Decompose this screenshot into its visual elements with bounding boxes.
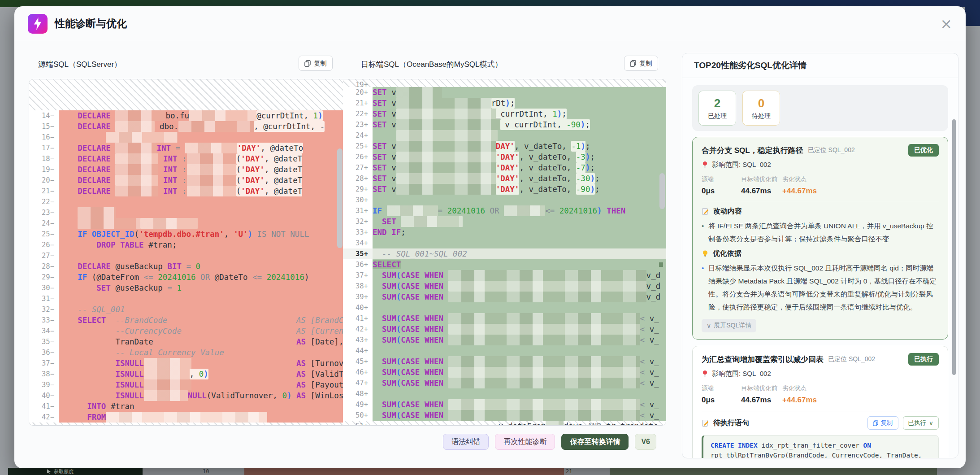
code-line: 50+ SUM(CASE WHEN < v_ (343, 410, 666, 421)
redacted-code (448, 378, 640, 388)
source-panel-title: 源端SQL（SQLServer） (38, 59, 121, 70)
section-title: 优化依据 (713, 249, 742, 258)
line-number: 37+ (343, 270, 373, 281)
optimization-details-panel: TOP20性能劣化SQL优化详情 2 已处理 0 待处理 合并分支 (682, 53, 958, 458)
redacted-code (187, 186, 236, 196)
divider (702, 411, 939, 411)
close-icon[interactable]: × (940, 17, 952, 31)
source-sql-editor[interactable]: 14− DECLARE bo.fu@currDtInt, 1)15− DECLA… (29, 79, 343, 425)
line-number: 30+ (343, 195, 373, 205)
line-number: 28+ (343, 173, 373, 184)
target-editor-scrollbar[interactable] (659, 173, 665, 209)
expand-sql-details[interactable]: ∨ 展开SQL详情 (702, 319, 756, 332)
line-number: 32− (29, 304, 59, 315)
redacted-code (115, 121, 155, 132)
line-number: 21− (29, 186, 59, 196)
target-copy-button[interactable]: 复制 (624, 56, 658, 71)
line-number: 29− (29, 272, 59, 283)
create-index-statements[interactable]: CREATE INDEX idx_rpt_tran_filter_cover O… (702, 435, 939, 458)
code-line: 26− DROP TABLE #tran; (29, 240, 343, 250)
code-line: 49+ SUM(CASE WHEN < v_ (343, 399, 666, 410)
status-badge: 已执行 (908, 353, 939, 366)
code-line: 28− DECLARE @useBackup BIT = 0 (29, 261, 343, 272)
details-body: 2 已处理 0 待处理 合并分支 SQL，稳定执行路径 已定位 SQL_002 … (682, 78, 958, 458)
target-copy-label: 复制 (639, 59, 652, 68)
line-number: 40+ (343, 302, 373, 313)
line-number: 36− (29, 347, 59, 358)
statement-copy-button[interactable]: 复制 (867, 416, 898, 430)
code-line: 29− IF (@DateFrom <= 20241016 OR @DateTo… (29, 272, 343, 283)
code-line: 34− --CurrencyCodeAS [Currenc (29, 326, 343, 336)
processed-count: 2 (714, 96, 720, 110)
line-number: 34+ (343, 238, 373, 248)
syntax-fix-button[interactable]: 语法纠错 (443, 434, 489, 450)
pending-statement-header: 待执行语句 (702, 418, 749, 428)
version-chip[interactable]: V6 (635, 434, 656, 450)
redacted-code (448, 367, 640, 378)
source-copy-button[interactable]: 复制 (299, 56, 333, 71)
statement-status-dropdown[interactable]: 已执行 ∨ (903, 416, 939, 430)
redacted-code (106, 412, 267, 423)
redacted-code (115, 164, 158, 175)
redacted-code (448, 313, 640, 324)
redacted-code (448, 335, 640, 345)
redacted-code (396, 162, 496, 173)
metric-label: 目标端优化前 (741, 175, 782, 183)
code-line: 31+IF = 20241016 OR <= 20241016) THEN (343, 205, 666, 216)
line-number: 20− (29, 175, 59, 186)
card-title: 合并分支 SQL，稳定执行路径 (702, 145, 803, 156)
line-number: 24+ (343, 130, 373, 141)
redacted-code (396, 119, 500, 130)
pending-stat[interactable]: 0 待处理 (742, 91, 780, 126)
code-line: 15− DECLARE dbo., @currDtInt, - (29, 121, 343, 132)
background-bottom-bar: 获取额度 10 21 (0, 468, 980, 475)
code-line: 35+ -- SQL_001~SQL_002 (343, 248, 666, 259)
redacted-code (189, 110, 256, 121)
redacted-code (396, 98, 491, 109)
metrics-row: 源端 0μs 目标端优化前 44.67ms 劣化状态 +44.67ms (702, 384, 939, 405)
redacted-code (401, 216, 463, 227)
background-line-number-left: 10 (203, 468, 221, 475)
redacted-code (115, 143, 156, 153)
code-line: 45+ SUM(CASE WHEN < v_ (343, 356, 666, 367)
impact-scope-text: 影响范围: SQL_002 (712, 370, 771, 378)
redacted-code (140, 218, 198, 229)
line-number: 43+ (343, 335, 373, 345)
memo-icon (702, 208, 709, 215)
quota-label: 获取额度 (54, 468, 74, 475)
change-bullet: • 将 IF/ELSE 两条汇总查询合并为单条 UNION ALL，并用 v_u… (702, 219, 939, 245)
code-line: 21− DECLARE INT :('DAY', @dateT (29, 186, 343, 196)
section-header-changes: 改动内容 (702, 207, 939, 216)
code-line: 34+ (343, 238, 666, 248)
code-line: 42− FROM (29, 412, 343, 423)
code-line: 35− TranDateAS [Date], (29, 336, 343, 347)
code-line: 25+SET vDAY', v_dateTo, -1); (343, 141, 666, 152)
copy-label: 复制 (881, 419, 893, 427)
metric-value-degradation: +44.67ms (782, 396, 939, 405)
sql-statement-line: CREATE INDEX idx_rpt_tran_filter_cover O… (711, 441, 931, 451)
code-line (29, 423, 343, 425)
target-sql-editor[interactable]: 19+20+SET v21+SET vrDt);22+SET v_currDtI… (343, 79, 666, 425)
line-number: 27− (29, 250, 59, 261)
code-line: 32+ SET (343, 216, 666, 227)
line-number: 46+ (343, 367, 373, 378)
rediagnose-button[interactable]: 再次性能诊断 (495, 434, 555, 450)
redacted-code (396, 141, 496, 152)
save-to-conversion-button[interactable]: 保存至转换详情 (561, 434, 629, 450)
sql-statement-line: rpt_tblRptTranByGrp(BrandCode, CurrencyC… (711, 451, 931, 458)
expander-label: 展开SQL详情 (714, 322, 751, 330)
status-label: 已执行 (908, 419, 927, 427)
status-badge: 已优化 (908, 144, 939, 157)
details-scrollbar[interactable] (952, 119, 956, 375)
cursor-icon (47, 469, 51, 474)
line-number: 39− (29, 379, 59, 390)
redacted-code (144, 358, 191, 369)
dialog-header: 性能诊断与优化 × (14, 6, 966, 41)
background-line-number-right: 21 (566, 468, 588, 475)
code-line: 44+ (343, 345, 666, 356)
source-editor-scrollbar[interactable] (337, 148, 343, 248)
quota-button[interactable]: 获取额度 (8, 468, 143, 475)
processed-stat[interactable]: 2 已处理 (698, 91, 736, 126)
code-line: 21+SET vrDt); (343, 98, 666, 109)
code-line: 25− IF OBJECT_ID('tempdb.dbo.#tran', 'U'… (29, 229, 343, 240)
